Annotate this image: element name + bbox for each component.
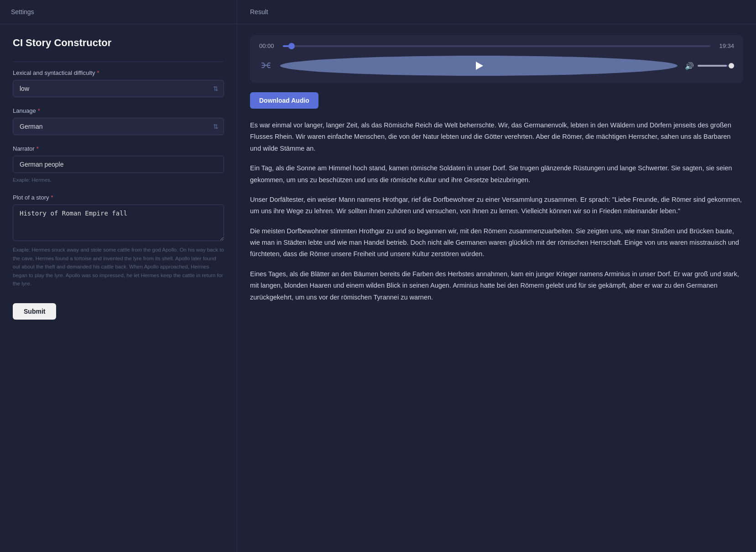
- story-paragraph-5: Eines Tages, als die Blätter an den Bäum…: [250, 268, 743, 303]
- result-title: Result: [250, 8, 268, 16]
- divider-1: [13, 62, 224, 62]
- difficulty-label: Lexical and syntactical difficulty *: [13, 69, 224, 76]
- difficulty-group: Lexical and syntactical difficulty * low…: [13, 69, 224, 97]
- plot-label: Plot of a story *: [13, 194, 224, 201]
- difficulty-required: *: [97, 69, 99, 76]
- left-panel: Settings CI Story Constructor Lexical an…: [0, 0, 237, 552]
- narrator-input[interactable]: [13, 156, 224, 173]
- narrator-required: *: [36, 145, 39, 152]
- audio-controls: 🔊: [259, 56, 734, 76]
- volume-fill: [698, 65, 727, 67]
- right-panel: Result 00:00 19:34: [237, 0, 756, 552]
- language-group: Lanuage * German English French Spanish: [13, 107, 224, 135]
- play-button[interactable]: [280, 56, 678, 76]
- right-content: 00:00 19:34: [237, 24, 756, 552]
- plot-required: *: [51, 194, 53, 201]
- settings-header: Settings: [0, 0, 237, 24]
- difficulty-select-wrapper: low medium high: [13, 80, 224, 97]
- shuffle-button[interactable]: [259, 60, 273, 72]
- total-time: 19:34: [716, 42, 734, 49]
- language-label: Lanuage *: [13, 107, 224, 114]
- plot-hint: Exaple: Hermes snuck away and stole some…: [13, 246, 224, 288]
- download-button[interactable]: Download Audio: [250, 92, 318, 109]
- plot-textarea[interactable]: History of Roman Empire fall: [13, 205, 224, 241]
- narrator-group: Narrator * Exaple: Hermes.: [13, 145, 224, 184]
- audio-player: 00:00 19:34: [250, 35, 743, 83]
- submit-button[interactable]: Submit: [13, 303, 56, 320]
- play-icon: [476, 62, 483, 70]
- volume-track[interactable]: [698, 65, 734, 67]
- narrator-hint: Exaple: Hermes.: [13, 176, 224, 184]
- story-paragraph-4: Die meisten Dorfbewohner stimmten Hrothg…: [250, 226, 743, 260]
- shuffle-icon: [261, 62, 271, 70]
- language-select[interactable]: German English French Spanish: [13, 118, 224, 135]
- progress-thumb: [288, 43, 295, 49]
- language-required: *: [38, 107, 40, 114]
- progress-bar[interactable]: [283, 45, 710, 47]
- volume-section: 🔊: [685, 62, 734, 70]
- story-paragraph-2: Ein Tag, als die Sonne am Himmel hoch st…: [250, 163, 743, 186]
- story-text: Es war einmal vor langer, langer Zeit, a…: [250, 120, 743, 303]
- story-paragraph-1: Es war einmal vor langer, langer Zeit, a…: [250, 120, 743, 154]
- plot-group: Plot of a story * History of Roman Empir…: [13, 194, 224, 288]
- volume-icon: 🔊: [685, 62, 694, 70]
- narrator-label: Narrator *: [13, 145, 224, 152]
- app-title: CI Story Constructor: [13, 37, 224, 49]
- language-select-wrapper: German English French Spanish: [13, 118, 224, 135]
- story-paragraph-3: Unser Dorfältester, ein weiser Mann name…: [250, 194, 743, 217]
- result-header: Result: [237, 0, 756, 24]
- current-time: 00:00: [259, 42, 277, 49]
- volume-thumb: [729, 63, 734, 68]
- audio-top-row: 00:00 19:34: [259, 42, 734, 49]
- difficulty-select[interactable]: low medium high: [13, 80, 224, 97]
- settings-title: Settings: [11, 8, 34, 16]
